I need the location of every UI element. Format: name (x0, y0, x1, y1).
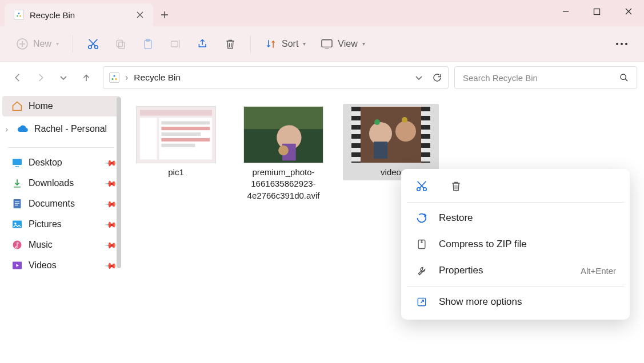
videos-icon (11, 260, 23, 271)
toolbar: New ▾ Sort ▾ View ▾ (0, 26, 644, 62)
menu-item-show-more[interactable]: Show more options (401, 289, 630, 315)
paste-button[interactable] (136, 34, 160, 54)
menu-item-properties[interactable]: Properties Alt+Enter (401, 257, 630, 284)
rename-button[interactable] (163, 34, 187, 54)
menu-item-label: Show more options (439, 296, 522, 308)
sidebar-item-videos[interactable]: Videos 📌 (0, 255, 122, 276)
menu-item-label: Properties (439, 265, 483, 276)
separator (407, 286, 624, 287)
svg-point-18 (115, 78, 117, 80)
file-name: video (381, 167, 401, 178)
rename-icon (169, 38, 182, 50)
forward-button[interactable] (34, 71, 47, 84)
menu-item-compress-zip[interactable]: Compress to ZIP file (401, 231, 630, 257)
sidebar-item-onedrive[interactable]: › Rachel - Personal (0, 119, 122, 139)
new-tab-button[interactable] (153, 3, 176, 26)
more-button[interactable] (610, 34, 634, 54)
thumbnail (136, 106, 216, 163)
keyboard-shortcut: Alt+Enter (581, 266, 616, 276)
sidebar-item-desktop[interactable]: Desktop 📌 (0, 152, 122, 173)
sidebar-item-documents[interactable]: Documents 📌 (0, 193, 122, 214)
svg-point-44 (374, 119, 380, 125)
svg-point-14 (621, 43, 623, 45)
search-icon[interactable] (619, 73, 629, 82)
chevron-down-icon: ▾ (303, 41, 306, 47)
pin-icon: 📌 (104, 259, 117, 272)
svg-rect-12 (322, 39, 332, 47)
tab-recycle-bin[interactable]: Recycle Bin (5, 3, 153, 26)
svg-point-17 (112, 78, 114, 80)
separator (73, 35, 73, 53)
thumbnail (351, 106, 431, 163)
download-icon (11, 178, 23, 189)
sidebar-item-label: Documents (29, 199, 75, 209)
view-label: View (338, 39, 357, 49)
sidebar: Home › Rachel - Personal Desktop 📌 Downl… (0, 94, 122, 363)
expand-icon (415, 295, 429, 309)
view-button[interactable]: View ▾ (315, 34, 370, 54)
svg-rect-28 (140, 118, 157, 159)
svg-point-19 (621, 74, 626, 79)
breadcrumb-location[interactable]: Recycle Bin (134, 72, 181, 83)
breadcrumb-separator: › (125, 72, 128, 83)
desktop-icon (11, 157, 23, 168)
search-box[interactable] (454, 66, 637, 89)
file-item[interactable]: pic1 (128, 104, 224, 180)
cut-button[interactable] (415, 179, 429, 193)
sidebar-item-label: Videos (29, 260, 57, 271)
document-icon (11, 198, 23, 209)
svg-point-42 (395, 121, 416, 142)
sidebar-item-music[interactable]: Music 📌 (0, 235, 122, 255)
menu-item-restore[interactable]: Restore (401, 205, 630, 231)
svg-rect-32 (161, 132, 201, 136)
svg-rect-43 (374, 142, 387, 159)
svg-point-0 (18, 13, 20, 14)
back-button[interactable] (11, 71, 24, 84)
maximize-button[interactable] (581, 0, 613, 23)
refresh-button[interactable] (432, 72, 442, 83)
search-input[interactable] (463, 73, 619, 83)
pin-icon: 📌 (104, 197, 117, 210)
svg-point-2 (19, 15, 21, 17)
scrollbar[interactable] (117, 97, 121, 268)
sidebar-item-label: Desktop (29, 158, 62, 168)
close-tab-icon[interactable] (136, 11, 144, 19)
share-button[interactable] (191, 34, 215, 54)
pin-icon: 📌 (104, 217, 117, 231)
window-controls (550, 0, 644, 23)
recent-locations-button[interactable] (57, 71, 70, 84)
svg-point-23 (14, 223, 16, 224)
sidebar-item-downloads[interactable]: Downloads 📌 (0, 173, 122, 193)
delete-button[interactable] (449, 179, 463, 193)
recycle-bin-icon (109, 72, 119, 83)
zip-icon (415, 237, 429, 251)
sort-button[interactable]: Sort ▾ (259, 34, 311, 54)
new-button[interactable]: New ▾ (10, 34, 65, 54)
address-bar[interactable]: › Recycle Bin (103, 66, 449, 89)
home-icon (11, 100, 23, 112)
sidebar-item-label: Downloads (29, 178, 74, 188)
copy-button[interactable] (109, 34, 133, 54)
view-icon (321, 38, 333, 50)
close-window-button[interactable] (613, 0, 644, 23)
clipboard-icon (142, 38, 154, 50)
sidebar-item-home[interactable]: Home (2, 96, 120, 116)
cut-button[interactable] (81, 34, 105, 54)
divider (8, 147, 114, 148)
scissors-icon (87, 38, 99, 50)
delete-button[interactable] (218, 34, 242, 54)
svg-rect-30 (161, 121, 210, 124)
pictures-icon (11, 219, 23, 230)
address-dropdown[interactable] (415, 74, 423, 82)
svg-rect-7 (117, 40, 122, 47)
file-item[interactable]: premium_photo-1661635862923-4e2766c391d0… (235, 104, 331, 204)
sidebar-item-label: Music (29, 240, 53, 250)
context-menu: Restore Compress to ZIP file Properties … (401, 169, 630, 320)
minimize-button[interactable] (550, 0, 581, 23)
sidebar-item-pictures[interactable]: Pictures 📌 (0, 214, 122, 235)
up-button[interactable] (80, 71, 93, 84)
tab-title: Recycle Bin (30, 10, 75, 20)
nav-buttons (7, 71, 97, 84)
expand-icon[interactable]: › (2, 125, 11, 134)
file-name: premium_photo-1661635862923-4e2766c391d0… (238, 167, 329, 201)
